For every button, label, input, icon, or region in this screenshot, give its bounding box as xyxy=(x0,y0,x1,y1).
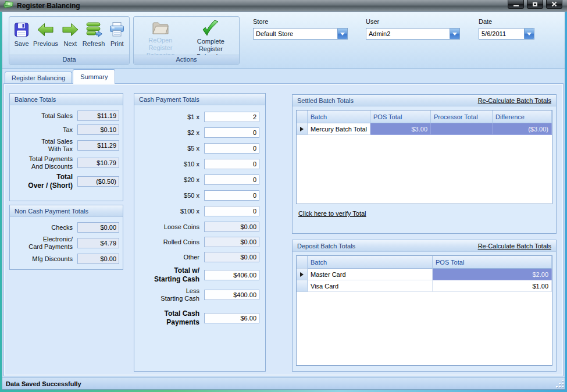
next-arrow-icon xyxy=(62,19,79,40)
total-payments-discounts-label: Total Payments And Discounts xyxy=(11,155,77,170)
column-header-batch[interactable]: Batch xyxy=(308,111,370,123)
loose-coins-label: Loose Coins xyxy=(135,223,204,231)
toolbar: Save Previous xyxy=(2,12,565,69)
total-cash-payments-label: Total Cash Payments xyxy=(135,309,204,327)
electronic-card-payments-label: Electronic/ Card Payments xyxy=(11,236,77,251)
deposit-batch-totals-panel: Deposit Batch Totals Re-Calculate Batch … xyxy=(292,240,557,372)
denom-5-field[interactable] xyxy=(204,143,259,154)
total-sales-field[interactable] xyxy=(77,111,119,121)
save-button[interactable]: Save xyxy=(12,18,31,54)
total-payments-discounts-field[interactable] xyxy=(77,158,119,168)
store-combobox-value[interactable] xyxy=(254,28,337,39)
settled-grid-header: Batch POS Total Processor Total Differen… xyxy=(297,111,552,123)
complete-register-balancing-button[interactable]: Complete Register Balancing xyxy=(185,18,237,54)
cell-pos-total[interactable]: $2.00 xyxy=(433,269,552,280)
status-bar: Data Saved Successfully xyxy=(2,377,565,389)
settled-batch-grid: Batch POS Total Processor Total Differen… xyxy=(296,110,552,204)
tab-register-balancing[interactable]: Register Balancing xyxy=(5,72,72,84)
previous-button[interactable]: Previous xyxy=(31,18,60,54)
resize-grip[interactable] xyxy=(556,380,564,388)
mfg-discounts-field[interactable] xyxy=(77,254,119,264)
other-field[interactable] xyxy=(204,252,259,262)
print-button[interactable]: Print xyxy=(106,18,127,54)
user-combobox-value[interactable] xyxy=(366,28,450,39)
save-icon xyxy=(13,19,30,40)
user-dropdown-button[interactable] xyxy=(450,28,459,39)
maximize-button[interactable] xyxy=(527,0,543,9)
denom-1-label: $1 x xyxy=(135,113,204,121)
column-header-pos-total[interactable]: POS Total xyxy=(433,256,552,269)
date-dropdown-button[interactable] xyxy=(524,28,534,39)
denom-50-field[interactable] xyxy=(204,190,259,201)
date-picker[interactable] xyxy=(479,28,534,40)
denom-2-field[interactable] xyxy=(204,127,259,138)
cell-batch[interactable]: Mercury Batch Total xyxy=(308,123,370,135)
deposit-grid-row[interactable]: Master Card $2.00 xyxy=(297,269,552,280)
column-header-pos-total[interactable]: POS Total xyxy=(370,111,431,123)
cell-batch[interactable]: Visa Card xyxy=(308,280,433,292)
rolled-coins-field[interactable] xyxy=(204,237,259,247)
cash-payment-totals-panel: Cash Payment Totals $1 x $2 x $5 x xyxy=(134,93,266,372)
summary-tab-page: Balance Totals Total Sales Tax Total Sal… xyxy=(3,83,564,376)
chevron-down-icon xyxy=(452,33,457,35)
chevron-down-icon xyxy=(527,33,532,35)
total-sales-label: Total Sales xyxy=(11,112,77,120)
current-row-indicator xyxy=(297,123,308,135)
settled-grid-row[interactable]: Mercury Batch Total $3.00 ($3.00) xyxy=(297,123,552,135)
total-sales-with-tax-field[interactable] xyxy=(77,140,119,151)
denom-20-field[interactable] xyxy=(204,174,259,185)
cell-difference[interactable]: ($3.00) xyxy=(493,123,552,135)
tab-summary[interactable]: Summary xyxy=(73,69,115,84)
cell-processor-total[interactable] xyxy=(431,123,493,135)
user-label: User xyxy=(366,18,379,25)
denom-1-field[interactable] xyxy=(204,112,259,122)
loose-coins-field[interactable] xyxy=(204,222,259,232)
denom-50-label: $50 x xyxy=(135,192,204,199)
actions-group-label: Actions xyxy=(134,55,239,64)
verify-total-link[interactable]: Click here to verify Total xyxy=(298,210,366,217)
electronic-card-payments-field[interactable] xyxy=(77,238,119,248)
tax-label: Tax xyxy=(11,126,77,134)
recalculate-settled-batch-totals-link[interactable]: Re-Calculate Batch Totals xyxy=(478,97,551,104)
column-header-processor-total[interactable]: Processor Total xyxy=(431,111,493,123)
denom-10-label: $10 x xyxy=(135,161,204,168)
balance-totals-title: Balance Totals xyxy=(15,96,56,103)
total-over-short-label: Total Over / (Short) xyxy=(11,173,77,190)
total-cash-payments-field[interactable] xyxy=(204,313,259,323)
data-group-label: Data xyxy=(9,55,129,64)
total-over-short-field[interactable] xyxy=(77,176,119,187)
close-button[interactable] xyxy=(546,0,562,9)
less-starting-cash-field[interactable] xyxy=(204,290,259,300)
tab-strip: Register Balancing Summary xyxy=(5,69,116,84)
tax-field[interactable] xyxy=(77,124,119,135)
cell-pos-total[interactable]: $1.00 xyxy=(433,280,552,292)
print-icon xyxy=(108,19,126,40)
refresh-icon xyxy=(85,19,102,40)
balance-totals-panel: Balance Totals Total Sales Tax Total Sal… xyxy=(9,93,123,201)
cell-batch[interactable]: Master Card xyxy=(308,269,433,280)
settled-batch-totals-title: Settled Batch Totals xyxy=(297,97,354,104)
maximize-icon xyxy=(533,2,537,6)
total-with-starting-cash-field[interactable] xyxy=(204,270,259,280)
date-picker-value[interactable] xyxy=(479,28,524,39)
denom-10-field[interactable] xyxy=(204,159,259,169)
next-button[interactable]: Next xyxy=(60,18,81,54)
minimize-button[interactable] xyxy=(508,0,524,9)
store-dropdown-button[interactable] xyxy=(337,28,347,39)
user-combobox[interactable] xyxy=(366,28,460,40)
cell-pos-total[interactable]: $3.00 xyxy=(370,123,431,135)
denom-100-field[interactable] xyxy=(204,206,259,216)
row-selector-header xyxy=(297,111,308,123)
actions-group: ReOpen Register Balancing Complete Regis… xyxy=(133,16,240,65)
store-combobox[interactable] xyxy=(253,28,348,40)
mfg-discounts-label: Mfg Discounts xyxy=(11,255,77,263)
deposit-grid-row[interactable]: Visa Card $1.00 xyxy=(297,280,552,292)
column-header-difference[interactable]: Difference xyxy=(493,111,552,123)
recalculate-deposit-batch-totals-link[interactable]: Re-Calculate Batch Totals xyxy=(478,243,551,250)
refresh-button[interactable]: Refresh xyxy=(81,18,107,54)
folder-icon xyxy=(151,19,170,37)
column-header-batch[interactable]: Batch xyxy=(308,256,433,269)
checks-field[interactable] xyxy=(77,222,119,233)
reopen-register-balancing-button[interactable]: ReOpen Register Balancing xyxy=(136,18,185,54)
denom-100-label: $100 x xyxy=(135,208,204,215)
